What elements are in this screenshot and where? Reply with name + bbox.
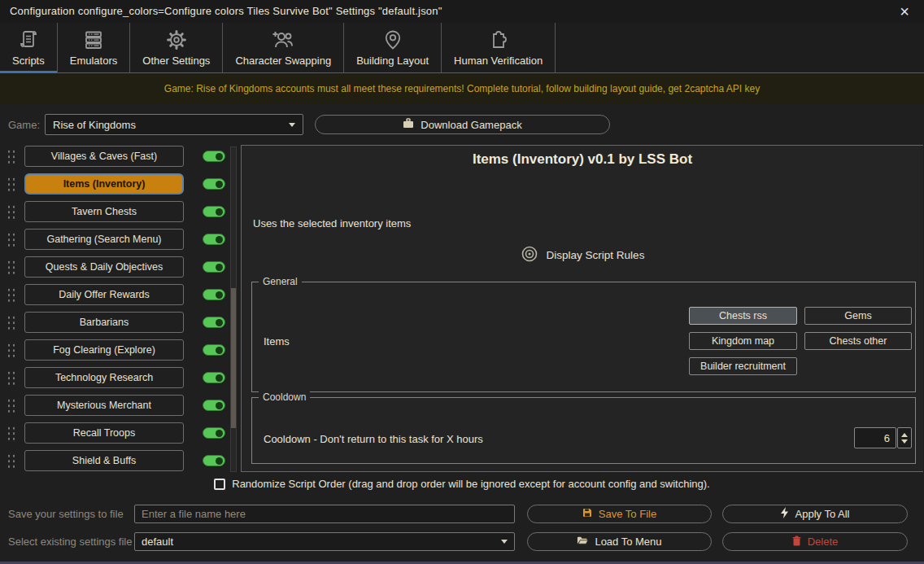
toggle-switch[interactable] [203,400,225,411]
script-button[interactable]: Technology Research [24,367,184,388]
script-button[interactable]: Recall Troops [24,422,184,444]
settings-file-dropdown[interactable]: default [134,532,515,551]
tab-other-settings[interactable]: Other Settings [130,23,223,72]
close-icon[interactable]: × [900,1,909,22]
script-button[interactable]: Gathering (Search Menu) [24,229,184,250]
drag-handle-icon[interactable] [7,426,16,441]
delete-button[interactable]: Delete [722,532,908,551]
script-row: Villages & Caves (Fast) [0,146,240,167]
toggle-knob [216,208,223,216]
spinner-arrows[interactable] [897,427,912,448]
tab-label: Character Swapping [235,55,331,67]
gear-icon [165,27,188,53]
select-settings-label: Select existing settings file [8,536,132,548]
script-button[interactable]: Quests & Daily Objectives [24,256,184,278]
script-button[interactable]: Shield & Buffs [24,450,184,471]
toggle-knob [216,291,223,299]
toggle-switch[interactable] [203,372,225,383]
drag-handle-icon[interactable] [7,204,16,220]
drag-handle-icon[interactable] [7,343,16,358]
toggle-knob [216,402,223,409]
item-button-builder-recruitment[interactable]: Builder recruitment [689,357,797,375]
person-add-icon [271,27,295,53]
tab-human-verification[interactable]: Human Verification [442,23,556,72]
item-button-chests-rss[interactable]: Chests rss [689,307,797,325]
script-button[interactable]: Items (Inventory) [24,173,184,195]
drag-handle-icon[interactable] [7,453,16,469]
item-button-kingdom-map[interactable]: Kingdom map [689,332,797,350]
tab-label: Other Settings [142,55,210,67]
file-name-input[interactable] [134,505,515,523]
toggle-knob [216,319,223,326]
trash-icon [792,536,801,549]
chevron-down-icon [501,540,508,544]
tab-emulators[interactable]: Emulators [58,23,131,72]
script-button[interactable]: Daily Offer Rewards [24,284,184,305]
briefcase-icon [403,118,414,131]
toggle-switch[interactable] [203,427,225,439]
cooldown-spinner: 6 [854,427,912,448]
download-gamepack-button[interactable]: Download Gamepack [315,115,610,134]
script-row: Fog Clearing (Explore) [0,339,240,361]
toggle-switch[interactable] [203,151,225,162]
toggle-switch[interactable] [203,178,225,190]
drag-handle-icon[interactable] [7,177,16,192]
drag-handle-icon[interactable] [7,287,16,303]
script-button[interactable]: Tavern Chests [24,201,184,222]
tab-scripts[interactable]: Scripts [0,23,58,72]
spin-down-icon[interactable] [901,439,908,444]
drag-handle-icon[interactable] [7,398,16,413]
toggle-knob [216,347,223,354]
spin-up-icon[interactable] [901,433,908,437]
script-row: Barbarians [0,312,240,333]
item-button-gems[interactable]: Gems [804,307,912,325]
scrollbar-thumb[interactable] [231,288,236,428]
script-button[interactable]: Villages & Caves (Fast) [24,146,184,167]
toggle-knob [216,236,223,243]
toggle-switch[interactable] [203,234,225,245]
toggle-switch[interactable] [203,455,225,466]
game-dropdown[interactable]: Rise of Kingdoms [45,114,303,135]
toggle-switch[interactable] [203,261,225,273]
panel-description: Uses the selected inventory items [253,217,411,230]
script-row: Mysterious Merchant [0,395,240,416]
general-groupbox: General Items Chests rss Gems Kingdom ma… [251,282,916,392]
display-script-rules-button[interactable]: Display Script Rules [242,245,923,265]
apply-to-all-button[interactable]: Apply To All [722,505,908,523]
randomize-row: Randomize Script Order (drag and drop or… [0,478,924,490]
tab-label: Emulators [70,55,118,67]
drag-handle-icon[interactable] [7,232,16,247]
cooldown-value[interactable]: 6 [854,427,896,448]
item-button-chests-other[interactable]: Chests other [804,332,912,350]
toggle-knob [216,264,223,271]
tab-bar: Scripts Emulators Other Settings Charact… [0,23,924,73]
toggle-switch[interactable] [203,289,225,300]
load-to-menu-button[interactable]: Load To Menu [527,532,712,551]
tab-building-layout[interactable]: Building Layout [344,23,442,72]
script-row: Gathering (Search Menu) [0,229,240,250]
drag-handle-icon[interactable] [7,260,16,275]
toggle-switch[interactable] [203,344,225,356]
scroll-icon [17,27,40,53]
randomize-checkbox[interactable] [214,479,225,490]
drag-handle-icon[interactable] [7,370,16,386]
save-to-file-button[interactable]: Save To File [527,505,712,523]
randomize-label: Randomize Script Order (drag and drop or… [232,478,709,490]
general-legend: General [259,276,302,287]
script-button[interactable]: Mysterious Merchant [24,395,184,416]
script-button[interactable]: Fog Clearing (Explore) [24,339,184,361]
drag-handle-icon[interactable] [7,315,16,330]
panel-title: Items (Inventory) v0.1 by LSS Bot [242,151,923,168]
scrollbar[interactable] [230,146,237,472]
window-title: Configuration configure_colors=Configure… [10,5,442,17]
tab-character-swapping[interactable]: Character Swapping [223,23,344,72]
lightning-icon [781,507,789,521]
script-button[interactable]: Barbarians [24,312,184,333]
title-bar: Configuration configure_colors=Configure… [0,0,924,23]
toggle-switch[interactable] [203,317,225,328]
toggle-switch[interactable] [203,206,225,217]
toggle-knob [216,181,223,188]
drag-handle-icon[interactable] [7,149,16,164]
requirements-banner: Game: Rise of Kingdoms accounts must all… [0,74,924,103]
tab-label: Building Layout [356,55,429,67]
